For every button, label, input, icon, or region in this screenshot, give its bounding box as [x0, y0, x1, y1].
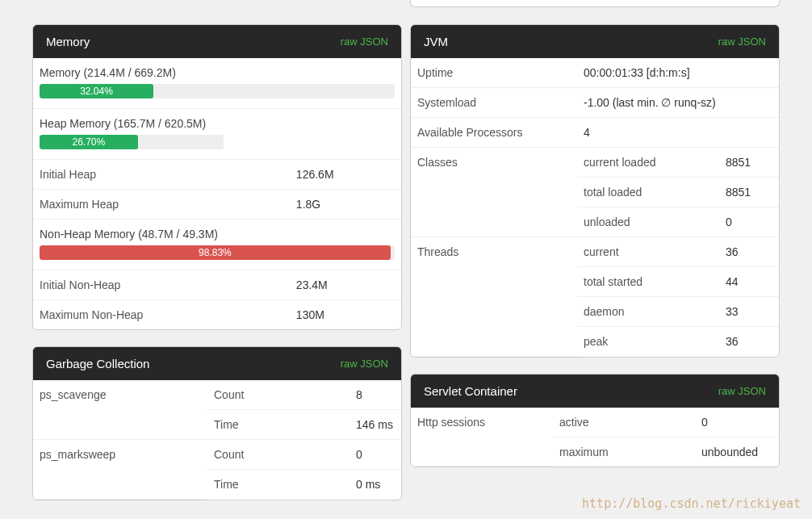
table-row: Uptime00:00:01:33 [d:h:m:s] — [411, 58, 779, 88]
gc-title: Garbage Collection — [46, 357, 149, 370]
memory-nonheap-label: Non-Heap Memory (48.7M / 49.3M) — [33, 228, 401, 245]
memory-heap-label: Heap Memory (165.7M / 620.5M) — [33, 117, 401, 135]
memory-title: Memory — [46, 35, 90, 48]
table-row: Http sessions active0 — [411, 408, 779, 437]
table-row: Available Processors4 — [411, 118, 779, 148]
memory-card: Memory raw JSON Memory (214.4M / 669.2M)… — [32, 24, 402, 330]
memory-nonheap-bar: 98.83% — [40, 245, 391, 260]
memory-total-label: Memory (214.4M / 669.2M) — [33, 66, 401, 84]
servlet-card: Servlet Container raw JSON Http sessions… — [410, 374, 780, 468]
table-row: Initial Non-Heap23.4M — [33, 270, 401, 300]
memory-raw-json-link[interactable]: raw JSON — [341, 36, 388, 48]
table-row: ps_marksweep Count 0 — [33, 440, 401, 470]
table-row: ps_scavenge Count 8 — [33, 380, 401, 410]
table-row: Threads current36 — [411, 237, 779, 267]
jvm-title: JVM — [424, 35, 448, 48]
table-row: Maximum Non-Heap130M — [33, 300, 401, 330]
servlet-raw-json-link[interactable]: raw JSON — [718, 385, 766, 397]
servlet-title: Servlet Container — [424, 384, 517, 398]
table-row: Initial Heap126.6M — [33, 160, 401, 190]
memory-heap-bar: 26.70% — [40, 135, 138, 149]
jvm-card: JVM raw JSON Uptime00:00:01:33 [d:h:m:s]… — [410, 24, 780, 358]
memory-total-bar: 32.04% — [40, 84, 153, 98]
gc-card: Garbage Collection raw JSON ps_scavenge … — [32, 346, 402, 500]
table-row: Systemload-1.00 (last min. ∅ runq-sz) — [411, 88, 779, 118]
table-row: Classes current loaded8851 — [411, 148, 779, 178]
top-card-edge — [410, 0, 780, 7]
table-row: Maximum Heap1.8G — [33, 190, 401, 220]
jvm-raw-json-link[interactable]: raw JSON — [718, 36, 766, 48]
gc-raw-json-link[interactable]: raw JSON — [341, 358, 388, 370]
